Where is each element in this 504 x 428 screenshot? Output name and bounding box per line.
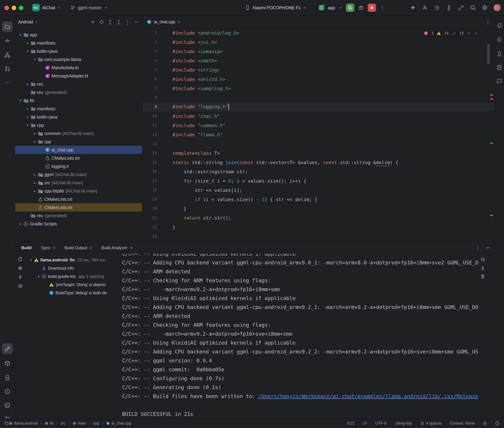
search-everywhere-icon[interactable] — [470, 5, 476, 11]
close-window-button[interactable] — [4, 6, 9, 10]
line-number[interactable]: 19 — [142, 197, 167, 202]
project-tree-item[interactable]: ▸ggml[AiChat.lib.main] — [15, 170, 142, 179]
build-tree-item[interactable]: Download info — [28, 264, 122, 272]
indent-setting[interactable]: 4 spaces — [420, 421, 442, 426]
file-encoding[interactable]: UTF-8 — [375, 421, 386, 426]
soft-wrap-button[interactable] — [480, 256, 486, 262]
build-options-icon[interactable]: ⋮ — [475, 245, 481, 251]
project-tree-item[interactable]: ▾kotlin+java — [15, 47, 142, 55]
chevron-right-icon[interactable]: ▸ — [25, 41, 31, 45]
chevron-right-icon[interactable]: ▸ — [32, 189, 38, 193]
breadcrumb-item[interactable]: cpp — [93, 421, 99, 426]
error-stripe-mark[interactable] — [490, 94, 493, 96]
code-line[interactable]: 18 str << values[i]; — [142, 185, 494, 195]
locate-file-button[interactable] — [99, 20, 104, 25]
build-tab[interactable]: Build Output✕ — [60, 242, 97, 254]
chevron-right-icon[interactable]: ▸ — [32, 173, 38, 177]
project-tree-item[interactable]: ▸kotlin+java — [15, 113, 142, 121]
code-line[interactable]: 2#include <jni.h> — [142, 38, 494, 47]
line-number[interactable]: 13 — [142, 141, 167, 146]
chevron-down-icon[interactable]: ▾ — [32, 140, 38, 144]
code-line[interactable]: 4#include <cmath> — [142, 56, 494, 65]
project-tree-item[interactable]: ▾cpp — [15, 138, 142, 146]
line-number[interactable]: 1 — [142, 31, 167, 35]
line-number[interactable]: 18 — [142, 188, 167, 192]
chevron-right-icon[interactable]: ▸ — [32, 181, 38, 185]
code-line[interactable]: 21 return str.str(); — [142, 213, 494, 222]
clang-tidy-status[interactable]: .clang-tidy — [394, 421, 412, 426]
code-line[interactable]: 15static std::string join(const std::vec… — [142, 158, 494, 167]
tool-button-more-tool-windows[interactable]: ⋯ — [2, 77, 13, 88]
line-number[interactable]: 10 — [142, 114, 167, 118]
line-number[interactable]: 5 — [142, 67, 167, 72]
editor-scrollbar[interactable] — [487, 44, 490, 64]
code-line[interactable]: 9#include "logging.h" — [142, 102, 494, 112]
rerun-build-button[interactable] — [17, 256, 23, 262]
project-tree-item[interactable]: ▾lib — [15, 96, 142, 105]
line-number[interactable]: 4 — [142, 58, 167, 63]
chevron-right-icon[interactable]: ▸ — [25, 107, 31, 111]
build-tab[interactable]: Build Analyzer✕ — [97, 242, 137, 254]
project-tree-item[interactable]: CMakeLists.txt — [15, 203, 142, 212]
view-options-button[interactable] — [17, 283, 23, 289]
minimize-window-button[interactable] — [12, 6, 16, 10]
chevron-down-icon[interactable]: ▾ — [32, 58, 38, 61]
chevron-right-icon[interactable]: ▸ — [25, 115, 31, 119]
project-tree-item[interactable]: KMessageAdapter.kt — [15, 72, 142, 80]
project-tree-item[interactable]: res(generated) — [15, 88, 142, 96]
collapse-all-button[interactable] — [116, 20, 121, 25]
tool-button-assistant[interactable] — [495, 77, 504, 85]
breadcrumb-item[interactable]: lib — [45, 421, 54, 426]
close-icon[interactable]: ✕ — [178, 20, 180, 24]
build-tab[interactable]: Sync✕ — [37, 242, 60, 254]
tool-button-terminal[interactable] — [2, 400, 13, 411]
chevron-down-icon[interactable]: ▾ — [17, 99, 23, 103]
caret-position[interactable]: 9:21 — [347, 421, 355, 426]
build-console[interactable]: C/C++: -- Using KleidiAI optimized kerne… — [122, 254, 494, 418]
tool-button-logcat[interactable] — [495, 63, 504, 72]
inspections-widget[interactable]: 3 24 15 — [422, 30, 480, 36]
chevron-right-icon[interactable]: ▸ — [17, 222, 23, 226]
chevron-down-icon[interactable]: ▾ — [36, 275, 42, 279]
code-line[interactable]: 14template<class T> — [142, 148, 494, 158]
tool-button-pull-requests[interactable] — [2, 63, 13, 74]
line-number[interactable]: 6 — [142, 77, 167, 82]
line-number[interactable]: 14 — [142, 151, 167, 156]
build-panel-title[interactable]: Build — [21, 246, 32, 250]
chevron-down-icon[interactable]: ▾ — [17, 33, 23, 37]
code-with-me-icon[interactable] — [422, 5, 428, 11]
line-number[interactable]: 23 — [142, 234, 167, 239]
code-line[interactable]: 7#include <sampling.h> — [142, 84, 494, 93]
scroll-to-end-button[interactable] — [480, 265, 486, 271]
project-tree-item[interactable]: ▸GGradle Scripts — [15, 220, 142, 228]
chevron-down-icon[interactable]: ▾ — [25, 123, 31, 127]
breadcrumb-item[interactable]: main — [73, 421, 86, 426]
code-line[interactable]: 22} — [142, 222, 494, 232]
close-icon[interactable]: ✕ — [130, 246, 133, 250]
branch-widget[interactable]: ggml-master — [71, 0, 108, 16]
next-problem[interactable] — [474, 31, 478, 35]
code-line[interactable]: 20 } — [142, 204, 494, 213]
build-tree-item[interactable]: ▾Gbuild.gradle.ktsapp 1 warning — [28, 272, 122, 280]
build-tree-item[interactable]: BuildType 'debug' is both de — [28, 289, 122, 297]
todo-list-icon[interactable] — [434, 5, 440, 11]
line-number[interactable]: 3 — [142, 49, 167, 54]
close-icon[interactable]: ✕ — [90, 246, 93, 250]
panel-options-button[interactable]: ⋮ — [125, 19, 130, 25]
line-number[interactable]: 15 — [142, 160, 167, 165]
project-tree-item[interactable]: ▸manifests — [15, 105, 142, 113]
line-separator[interactable]: LF — [363, 421, 367, 426]
code-line[interactable]: 16 std::ostringstream str; — [142, 167, 494, 176]
hide-panel-button[interactable] — [134, 20, 139, 25]
line-number[interactable]: 17 — [142, 179, 167, 183]
project-tree-item[interactable]: KMainActivity.kt — [15, 64, 142, 72]
project-widget[interactable]: AC AiChat — [32, 0, 61, 16]
tool-button-packages[interactable] — [2, 358, 13, 369]
close-icon[interactable]: ✕ — [53, 246, 56, 250]
code-line[interactable]: 8 — [142, 93, 494, 102]
hide-build-panel[interactable] — [486, 246, 490, 250]
expand-all-button[interactable] — [108, 20, 112, 25]
project-tree-item[interactable]: CMakeLists.txt — [15, 154, 142, 162]
code-line[interactable]: 17 for (size_t i = 0; i < values.size();… — [142, 176, 494, 185]
chevron-right-icon[interactable]: ▸ — [25, 82, 31, 86]
